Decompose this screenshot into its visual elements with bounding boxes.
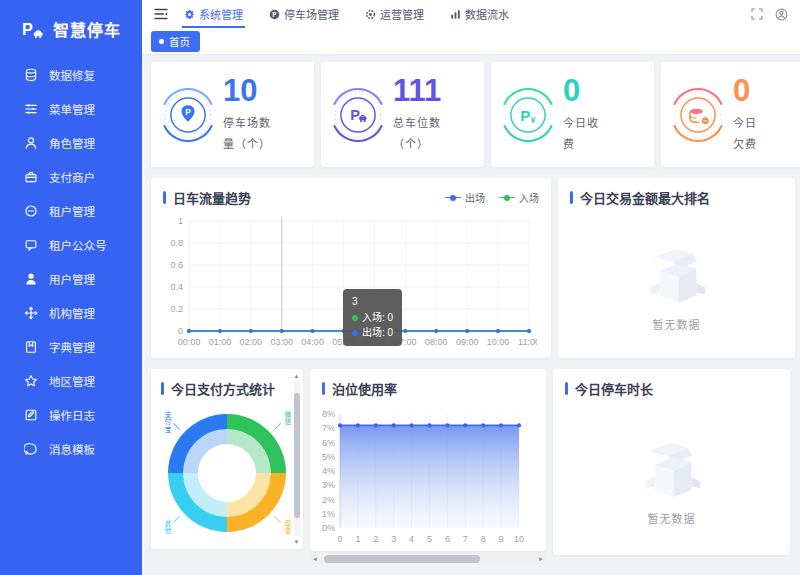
collapse-sidebar-icon[interactable] (154, 8, 168, 20)
scroll-left-icon[interactable]: ◄ (312, 556, 318, 562)
svg-text:P: P (350, 107, 360, 123)
avatar-icon[interactable] (775, 8, 788, 21)
title-accent-bar (570, 191, 573, 204)
sidebar-item-6[interactable]: 用户管理 (0, 262, 142, 296)
operations-icon (365, 9, 376, 20)
svg-text:05:00: 05:00 (332, 337, 355, 347)
flow-trend-chart[interactable]: 00.20.40.60.8100:0001:0002:0003:0004:000… (151, 211, 551, 361)
sidebar-item-10[interactable]: 操作日志 (0, 398, 142, 432)
fullscreen-icon[interactable] (751, 8, 763, 20)
svg-text:10: 10 (514, 534, 524, 544)
parking-duration-panel: 今日停车时长 暂无数据 (553, 369, 790, 555)
svg-text:0: 0 (337, 534, 342, 544)
svg-text:00:00: 00:00 (178, 337, 201, 347)
nav-tabs: 系统管理P停车场管理运营管理数据流水 (184, 0, 535, 28)
official-account-icon (24, 238, 38, 252)
title-accent-bar (163, 191, 166, 204)
title-accent-bar (565, 382, 568, 395)
svg-text:P: P (520, 106, 530, 123)
title-accent-bar (161, 382, 164, 395)
sidebar-item-label: 租户公众号 (49, 237, 107, 253)
parking-space-icon: P (329, 86, 387, 144)
panel-title: 泊位使用率 (332, 379, 397, 398)
tab-label: 停车场管理 (284, 6, 339, 22)
payment-stats-panel: 今日支付方式统计 微信现金其他支付宝 ▲ ▼ (151, 369, 303, 549)
svg-text:P: P (22, 20, 34, 38)
sidebar-item-2[interactable]: 角色管理 (0, 126, 142, 160)
user-icon (24, 272, 38, 286)
panel-title: 今日停车时长 (575, 379, 653, 398)
occupancy-column: 泊位使用率 0%1%2%3%4%5%6%7%8%012345678910 ◄ ► (310, 369, 546, 564)
sidebar-item-9[interactable]: 地区管理 (0, 364, 142, 398)
stat-label: 今日收 费 (563, 113, 599, 155)
dictionary-icon (24, 340, 38, 354)
sidebar-item-7[interactable]: 机构管理 (0, 296, 142, 330)
legend-label: 出场 (465, 190, 485, 205)
payment-donut-chart[interactable]: 微信现金其他支付宝 (168, 414, 286, 532)
svg-text:7: 7 (463, 534, 468, 544)
chart-legend: 出场入场 (445, 190, 539, 205)
svg-text:6: 6 (445, 534, 450, 544)
occupancy-area-chart[interactable]: 0%1%2%3%4%5%6%7%8%012345678910 (310, 402, 546, 556)
topbar-actions (751, 8, 788, 21)
tab-3[interactable]: 数据流水 (450, 0, 509, 28)
slice-label: 其他 (162, 520, 172, 535)
svg-text:3%: 3% (322, 480, 335, 490)
stat-card-0: P10停车场数 量（个） (151, 62, 314, 167)
title-accent-bar (322, 382, 325, 395)
scrollbar-thumb[interactable] (294, 393, 300, 518)
sidebar-item-11[interactable]: 消息模板 (0, 432, 142, 466)
scrollbar-thumb[interactable] (324, 555, 480, 563)
sidebar-item-8[interactable]: 字典管理 (0, 330, 142, 364)
sidebar-item-label: 角色管理 (49, 135, 95, 151)
sidebar-menu: 数据修复菜单管理角色管理支付商户租户管理租户公众号用户管理机构管理字典管理地区管… (0, 58, 142, 466)
breadcrumb-home[interactable]: 首页 (151, 31, 200, 52)
svg-text:2: 2 (373, 534, 378, 544)
region-icon (24, 374, 38, 388)
stat-label: 停车场数 量（个） (223, 113, 271, 155)
scroll-down-icon[interactable]: ▼ (294, 539, 300, 545)
tab-label: 运营管理 (380, 6, 424, 22)
svg-text:11:00: 11:00 (518, 337, 537, 347)
tab-label: 系统管理 (199, 6, 243, 22)
coins-icon (669, 86, 727, 144)
vertical-scrollbar[interactable]: ▲ ▼ (292, 373, 301, 545)
sidebar-item-label: 地区管理 (49, 373, 95, 389)
breadcrumb-home-label: 首页 (169, 34, 190, 49)
legend-item-0[interactable]: 出场 (445, 190, 485, 205)
tab-1[interactable]: P停车场管理 (269, 0, 339, 28)
horizontal-scrollbar[interactable]: ◄ ► (310, 554, 546, 564)
legend-label: 入场 (519, 190, 539, 205)
svg-text:8: 8 (481, 534, 486, 544)
sidebar-item-3[interactable]: 支付商户 (0, 160, 142, 194)
sidebar-item-4[interactable]: 租户管理 (0, 194, 142, 228)
label-connector (173, 423, 180, 430)
transaction-rank-panel: 今日交易金额最大排名 暂无数据 (558, 178, 795, 358)
scroll-right-icon[interactable]: ► (538, 556, 544, 562)
legend-item-1[interactable]: 入场 (499, 190, 539, 205)
tab-2[interactable]: 运营管理 (365, 0, 424, 28)
merchant-icon (24, 170, 38, 184)
svg-text:01:00: 01:00 (209, 337, 232, 347)
sidebar-item-5[interactable]: 租户公众号 (0, 228, 142, 262)
breadcrumb-bar: 首页 (142, 28, 800, 55)
stat-card-1: P111总车位数 （个） (321, 62, 484, 167)
stat-value: 10 (223, 75, 271, 106)
org-icon (24, 306, 38, 320)
stat-value: 0 (733, 75, 757, 106)
scroll-up-icon[interactable]: ▲ (294, 373, 300, 379)
svg-text:3: 3 (391, 534, 396, 544)
stat-value: 0 (563, 75, 599, 106)
occupancy-panel: 泊位使用率 0%1%2%3%4%5%6%7%8%012345678910 (310, 369, 546, 551)
parking-icon: P (269, 9, 280, 20)
sidebar-item-label: 数据修复 (49, 67, 95, 83)
sidebar-item-0[interactable]: 数据修复 (0, 58, 142, 92)
sidebar-item-1[interactable]: 菜单管理 (0, 92, 142, 126)
svg-text:¥: ¥ (531, 115, 536, 125)
sidebar-item-label: 支付商户 (49, 169, 95, 185)
svg-text:0%: 0% (322, 523, 335, 533)
dashboard-content: P10停车场数 量（个）P111总车位数 （个）P¥0今日收 费0今日 欠费 日… (142, 55, 800, 575)
svg-text:1: 1 (355, 534, 360, 544)
svg-text:07:00: 07:00 (394, 337, 417, 347)
tab-0[interactable]: 系统管理 (184, 0, 243, 28)
